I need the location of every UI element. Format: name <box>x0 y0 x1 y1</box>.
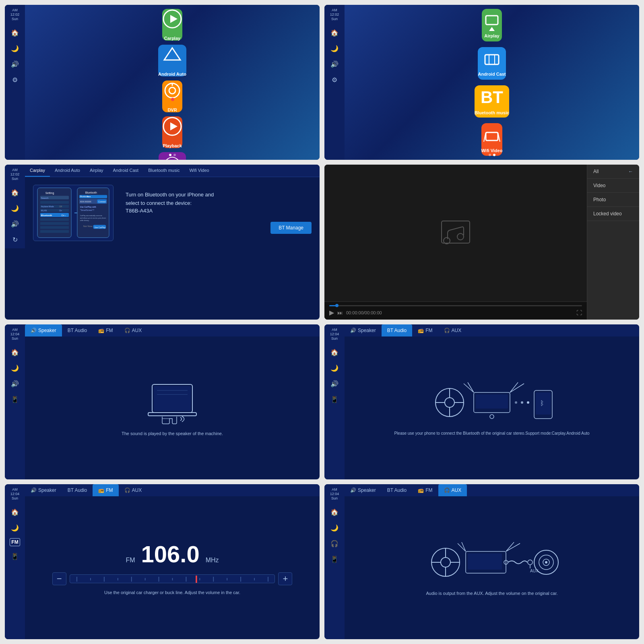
volume-icon-5[interactable]: 🔊 <box>9 378 21 389</box>
tab-bt-audio-7[interactable]: BT Audio <box>62 484 93 496</box>
playback-icon <box>162 116 182 140</box>
tab-carplay[interactable]: Carplay <box>25 165 50 177</box>
sidebar-8: AM 12:04 Sun 🏠 🌙 🎧 📱 <box>324 484 345 639</box>
playback-app[interactable]: Playback <box>162 116 182 148</box>
airplay-app[interactable]: Airplay <box>482 9 502 41</box>
sidebar-6: AM 12:04 Sun 🏠 🌙 🔊 📱 <box>324 324 345 479</box>
tab-speaker-8[interactable]: 🔊 Speaker <box>345 484 382 496</box>
menu-all[interactable]: All ← <box>587 165 639 179</box>
dvr-app[interactable]: DVR <box>162 80 182 112</box>
volume-icon[interactable]: 🔊 <box>9 59 21 70</box>
volume-icon-3[interactable]: 🔊 <box>9 219 21 229</box>
tab-bt-audio-6[interactable]: BT Audio <box>382 324 412 336</box>
display-icon-6[interactable]: 📱 <box>329 394 340 405</box>
sidebar-1: AM 12:02 Sun 🏠 🌙 🔊 ⚙ <box>5 5 25 160</box>
home-icon-7[interactable]: 🏠 <box>9 507 21 518</box>
moon-icon[interactable]: 🌙 <box>9 43 21 54</box>
carplay-label: Carplay <box>164 36 180 41</box>
fm-unit: MHz <box>206 557 219 564</box>
tab-speaker-5[interactable]: 🔊 Speaker <box>25 324 62 336</box>
home-icon-6[interactable]: 🏠 <box>329 347 340 358</box>
menu-locked-video[interactable]: Locked video <box>587 207 639 221</box>
tab-aux-8[interactable]: 🎧 AUX <box>438 484 467 496</box>
speaker-diagram <box>140 380 204 426</box>
home-icon-8[interactable]: 🏠 <box>329 507 340 518</box>
refresh-icon-3[interactable]: ↻ <box>11 234 19 245</box>
svg-rect-12 <box>489 55 495 64</box>
android-auto-label: Android Auto <box>158 72 186 76</box>
dvr-label: DVR <box>167 107 177 112</box>
settings-icon[interactable]: ⚙ <box>10 74 19 85</box>
svg-text:Use CarPlay with: Use CarPlay with <box>80 206 96 208</box>
bt-music-app[interactable]: BT Bluetooth music <box>475 85 509 118</box>
fullscreen-button[interactable]: ⛶ <box>576 310 582 316</box>
display-icon-8[interactable]: 📱 <box>329 554 340 565</box>
tab-fm-7[interactable]: 📻 FM <box>93 484 118 496</box>
moon-icon-7[interactable]: 🌙 <box>9 522 21 533</box>
moon-icon-3[interactable]: 🌙 <box>9 203 21 214</box>
carplay-app[interactable]: Carplay <box>162 9 182 41</box>
fm-icon-7[interactable]: FM <box>10 538 20 546</box>
time-display-3: AM 12:02 Sun <box>10 168 20 181</box>
menu-photo[interactable]: Photo <box>587 193 639 207</box>
tab-wifi-video[interactable]: Wifi Video <box>184 165 214 177</box>
fm-label: FM <box>126 557 135 564</box>
display-icon-5[interactable]: 📱 <box>9 394 21 405</box>
play-button[interactable]: ▶ <box>329 309 334 316</box>
svg-rect-29 <box>40 222 69 225</box>
volume-icon-6[interactable]: 🔊 <box>329 378 340 389</box>
tab-speaker-6[interactable]: 🔊 Speaker <box>345 324 382 336</box>
display-icon-7[interactable]: 📱 <box>9 551 21 562</box>
audio-tabs-8: 🔊 Speaker BT Audio 📻 FM 🎧 AUX <box>345 484 639 496</box>
svg-text:CarPlay automatically connects: CarPlay automatically connects <box>80 215 102 217</box>
tab-bt-audio-8[interactable]: BT Audio <box>382 484 412 496</box>
svg-point-93 <box>441 557 450 567</box>
svg-text:Setting: Setting <box>45 192 54 195</box>
svg-text:Off: Off <box>59 206 62 208</box>
android-auto-app[interactable]: Android Auto <box>158 45 186 76</box>
headphone-icon-8[interactable]: 🎧 <box>329 538 340 549</box>
svg-rect-49 <box>442 221 470 243</box>
bt-manage-button[interactable]: BT Manage <box>270 222 312 234</box>
tab-bt-music[interactable]: Bluetooth music <box>143 165 184 177</box>
tab-aux-5[interactable]: 🎧 AUX <box>119 324 148 336</box>
home-icon-5[interactable]: 🏠 <box>9 347 21 358</box>
svg-point-59 <box>490 415 494 419</box>
home-icon-2[interactable]: 🏠 <box>329 27 340 38</box>
fm-slider[interactable] <box>70 574 275 583</box>
svg-line-105 <box>462 542 466 551</box>
time-display-2: AM 12:02 Sun <box>330 8 339 21</box>
fm-minus-button[interactable]: − <box>52 572 66 585</box>
back-arrow-icon[interactable]: ← <box>628 169 633 174</box>
fm-plus-button[interactable]: + <box>278 572 292 585</box>
wifi-video-app[interactable]: Wifi Video <box>481 123 503 156</box>
tab-bt-audio-5[interactable]: BT Audio <box>62 324 93 336</box>
volume-icon-2[interactable]: 🔊 <box>329 59 340 70</box>
time-display-6: AM 12:04 Sun <box>330 328 339 341</box>
settings-icon-2[interactable]: ⚙ <box>330 74 339 85</box>
tab-fm-8[interactable]: 📻 FM <box>412 484 438 496</box>
tab-android-cast[interactable]: Android Cast <box>108 165 144 177</box>
time-display-1: AM 12:02 Sun <box>10 8 20 21</box>
time-display-7: AM 12:04 Sun <box>10 487 20 500</box>
moon-icon-6[interactable]: 🌙 <box>329 363 340 374</box>
moon-icon-2[interactable]: 🌙 <box>329 43 340 54</box>
moon-icon-8[interactable]: 🌙 <box>329 522 340 533</box>
moon-icon-5[interactable]: 🌙 <box>9 363 21 374</box>
android-auto-icon <box>162 45 182 68</box>
menu-video[interactable]: Video <box>587 179 639 193</box>
next-button[interactable]: ⏭ <box>337 310 343 316</box>
android-cast-app[interactable]: Android Cast <box>478 47 506 80</box>
tab-aux-6[interactable]: 🎧 AUX <box>438 324 467 336</box>
tab-aux-7[interactable]: 🎧 AUX <box>119 484 148 496</box>
svg-text:Not Now: Not Now <box>83 225 93 227</box>
home-icon[interactable]: 🏠 <box>9 27 21 38</box>
home-icon-3[interactable]: 🏠 <box>9 187 21 198</box>
svg-rect-11 <box>485 55 499 64</box>
tab-fm-6[interactable]: 📻 FM <box>412 324 438 336</box>
tab-speaker-7[interactable]: 🔊 Speaker <box>25 484 62 496</box>
tab-airplay[interactable]: Airplay <box>85 165 108 177</box>
tab-fm-5[interactable]: 📻 FM <box>93 324 118 336</box>
tab-android-auto[interactable]: Android Auto <box>50 165 85 177</box>
audio-tabs-7: 🔊 Speaker BT Audio 📻 FM 🎧 AUX <box>25 484 320 496</box>
